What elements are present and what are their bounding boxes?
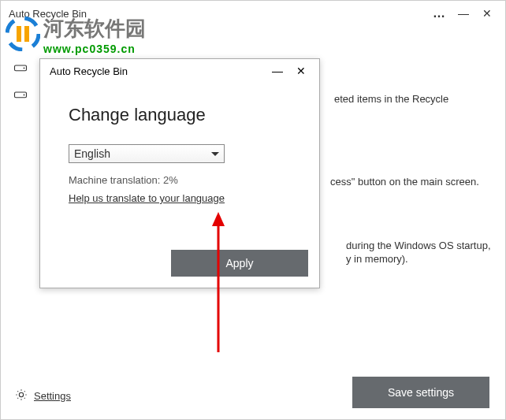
close-button[interactable]: ✕ (475, 7, 499, 20)
gear-icon (15, 388, 28, 403)
minimize-button[interactable]: — (452, 7, 475, 20)
bg-description-text: during the Windows OS startup, (346, 240, 491, 251)
settings-label: Settings (34, 390, 71, 402)
drive-item[interactable] (13, 89, 29, 103)
bg-description-text: cess" button on the main screen. (330, 176, 479, 188)
language-select[interactable]: English (69, 144, 225, 163)
dialog-heading: Change language (69, 105, 291, 125)
svg-point-6 (24, 94, 25, 95)
apply-button[interactable]: Apply (171, 250, 308, 277)
save-settings-button[interactable]: Save settings (352, 377, 489, 408)
svg-rect-1 (17, 26, 21, 42)
drive-item[interactable] (13, 62, 29, 76)
dialog-close-button[interactable]: ✕ (289, 65, 313, 77)
svg-rect-2 (24, 26, 29, 42)
watermark-logo-icon (6, 17, 40, 54)
watermark-url: www.pc0359.cn (43, 43, 146, 55)
change-language-dialog: Auto Recycle Bin — ✕ Change language Eng… (39, 58, 320, 288)
bg-description-text: y in memory). (346, 253, 408, 265)
machine-translation-text: Machine translation: 2% (69, 174, 291, 186)
bg-description-text: eted items in the Recycle (334, 93, 448, 105)
chevron-down-icon (211, 152, 219, 156)
more-button[interactable]: … (428, 6, 452, 20)
dialog-title: Auto Recycle Bin (50, 65, 128, 77)
svg-point-0 (7, 18, 39, 50)
dialog-titlebar: Auto Recycle Bin — ✕ (40, 59, 319, 83)
language-selected-value: English (74, 147, 211, 160)
watermark: 河东软件园 www.pc0359.cn (6, 15, 146, 55)
dialog-minimize-button[interactable]: — (266, 65, 289, 77)
watermark-title: 河东软件园 (43, 15, 146, 43)
svg-point-4 (24, 67, 25, 69)
help-translate-link[interactable]: Help us translate to your language (69, 192, 225, 204)
sidebar (13, 62, 29, 116)
settings-link[interactable]: Settings (15, 388, 71, 403)
